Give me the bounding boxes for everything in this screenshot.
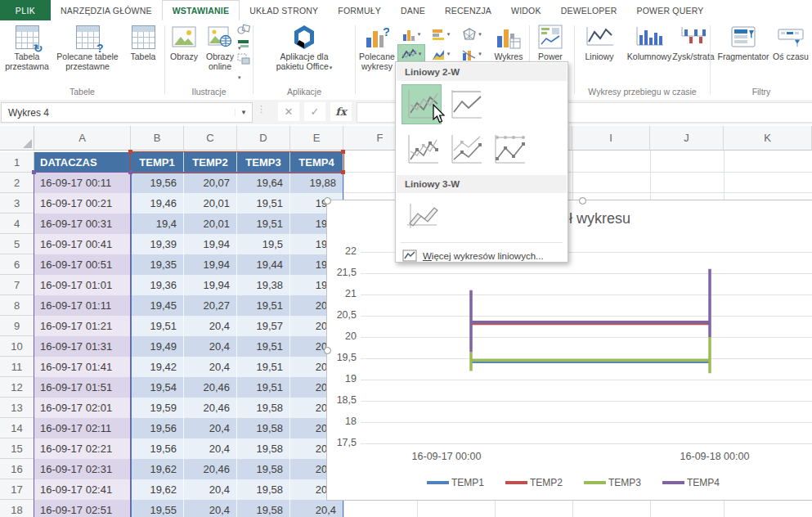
tab-formuly[interactable]: FORMUŁY — [328, 0, 391, 20]
cell[interactable]: 19,57 — [237, 316, 290, 336]
cell[interactable]: 16-09-17 02:21 — [34, 438, 131, 459]
row-header-8[interactable]: 8 — [0, 295, 34, 316]
cancel-button[interactable]: ✕ — [278, 102, 299, 121]
row-header-14[interactable]: 14 — [0, 418, 34, 438]
line-chart-option-3d-line[interactable] — [402, 197, 441, 236]
cell[interactable]: 20,4 — [184, 418, 237, 438]
pictures-button[interactable]: Obrazy — [167, 24, 201, 61]
more-line-charts-item[interactable]: Więcej wykresów liniowych... — [396, 246, 568, 265]
cell[interactable]: 20,4 — [184, 357, 237, 377]
recommended-charts-button[interactable]: ? Polecane wykresy — [357, 24, 397, 71]
legend-item-TEMP1[interactable]: TEMP1 — [427, 477, 484, 488]
enter-button[interactable]: ✓ — [304, 102, 325, 121]
chart-resize-handle-top-middle[interactable] — [579, 197, 586, 205]
cell[interactable]: 19,94 — [184, 234, 237, 254]
legend-item-TEMP4[interactable]: TEMP4 — [662, 477, 720, 488]
cell[interactable]: 20,27 — [184, 295, 237, 316]
timeline-button[interactable]: Oś czasu — [773, 24, 809, 61]
cell[interactable]: 19,56 — [131, 438, 184, 459]
cell[interactable]: 19,55 — [131, 500, 184, 517]
row-header-10[interactable]: 10 — [0, 336, 34, 357]
cell[interactable]: 19,58 — [237, 418, 290, 438]
insert-area-chart-button[interactable]: ▾ — [428, 45, 454, 63]
chart-resize-handle-left-middle[interactable] — [324, 347, 331, 354]
cell[interactable]: 16-09-17 00:41 — [34, 234, 131, 254]
cell[interactable]: 20,01 — [184, 193, 237, 214]
cell[interactable]: 20,4 — [184, 500, 237, 517]
insert-column-chart-button[interactable]: ▾ — [398, 25, 424, 43]
row-header-6[interactable]: 6 — [0, 254, 34, 275]
cell[interactable]: 20,4 — [184, 479, 237, 500]
cell[interactable]: 19,51 — [237, 295, 290, 316]
cell[interactable]: 19,35 — [131, 254, 184, 275]
name-box-dropdown-icon[interactable]: ▼ — [235, 109, 252, 116]
row-header-16[interactable]: 16 — [0, 459, 34, 479]
cell[interactable]: 19,4 — [131, 214, 184, 234]
cell[interactable]: 16-09-17 02:51 — [34, 500, 131, 517]
cell[interactable]: 16-09-17 02:41 — [34, 479, 131, 500]
cell[interactable]: 19,51 — [131, 316, 184, 336]
cell[interactable]: 19,64 — [237, 173, 290, 193]
cell[interactable]: 20,07 — [184, 173, 237, 193]
cell[interactable]: 19,58 — [237, 500, 290, 517]
tab-deweloper[interactable]: DEWELOPER — [551, 0, 627, 20]
series-TEMP3[interactable] — [471, 337, 710, 373]
cell[interactable]: 19,46 — [131, 193, 184, 214]
cell[interactable]: 19,45 — [131, 295, 184, 316]
cell[interactable]: 19,44 — [237, 254, 290, 275]
insert-radar-chart-button[interactable]: ▾ — [457, 25, 487, 43]
cell[interactable]: 20,4 — [184, 316, 237, 336]
cell[interactable]: 19,38 — [237, 275, 290, 295]
column-header-J[interactable]: J — [650, 126, 724, 151]
sparkline-winloss-button[interactable]: Zysk/strata — [678, 24, 709, 61]
cell[interactable]: 16-09-17 01:31 — [34, 336, 131, 357]
cell[interactable]: 16-09-17 02:11 — [34, 418, 131, 438]
cell[interactable]: 19,88 — [290, 173, 343, 193]
cell[interactable]: 20,46 — [184, 377, 237, 398]
row-header-17[interactable]: 17 — [0, 479, 34, 500]
recommended-pivot-button[interactable]: ? Polecane tabele przestawne — [52, 24, 123, 71]
online-pictures-button[interactable]: Obrazy online — [203, 24, 237, 71]
row-header-4[interactable]: 4 — [0, 214, 34, 234]
cell[interactable]: 19,51 — [237, 214, 290, 234]
row-header-11[interactable]: 11 — [0, 357, 34, 377]
cell[interactable]: 19,58 — [237, 398, 290, 418]
row-header-12[interactable]: 12 — [0, 377, 34, 398]
header-cell[interactable]: DATACZAS — [34, 152, 131, 173]
column-header-K[interactable]: K — [724, 126, 812, 151]
column-header-E[interactable]: E — [290, 126, 343, 151]
cell[interactable]: 19,58 — [237, 438, 290, 459]
cell[interactable]: 19,39 — [131, 234, 184, 254]
cell[interactable]: 19,54 — [131, 377, 184, 398]
tab-recenzja[interactable]: RECENZJA — [435, 0, 501, 20]
column-header-I[interactable]: I — [572, 126, 650, 151]
row-header-3[interactable]: 3 — [0, 193, 34, 214]
column-header-C[interactable]: C — [184, 126, 237, 151]
insert-bar-chart-button[interactable]: ▾ — [428, 25, 454, 43]
insert-line-chart-button[interactable]: ▾ — [398, 45, 424, 63]
tab-widok[interactable]: WIDOK — [501, 0, 551, 20]
cell[interactable]: 16-09-17 00:11 — [34, 173, 131, 193]
series-TEMP4[interactable] — [471, 269, 710, 352]
row-header-18[interactable]: 18 — [0, 500, 34, 517]
pivot-table-button[interactable]: ↻ Tabela przestawna — [3, 24, 51, 71]
cell[interactable]: 20,4 — [290, 500, 343, 517]
cell[interactable]: 20,01 — [184, 214, 237, 234]
screenshot-button[interactable]: ▾ — [237, 53, 252, 68]
cell[interactable]: 16-09-17 01:41 — [34, 357, 131, 377]
cell[interactable]: 19,58 — [237, 479, 290, 500]
row-header-5[interactable]: 5 — [0, 234, 34, 254]
line-chart-option-line-markers[interactable] — [402, 130, 441, 169]
cell[interactable]: 16-09-17 02:31 — [34, 459, 131, 479]
tab-plik[interactable]: PLIK — [0, 0, 51, 20]
row-header-2[interactable]: 2 — [0, 173, 34, 193]
cell[interactable]: 16-09-17 01:11 — [34, 295, 131, 316]
legend-item-TEMP2[interactable]: TEMP2 — [505, 477, 563, 488]
column-header-D[interactable]: D — [237, 126, 290, 151]
cell[interactable]: 19,62 — [131, 459, 184, 479]
cell[interactable]: 20,46 — [184, 459, 237, 479]
sparkline-column-button[interactable]: Kolumnowy — [622, 24, 676, 61]
cell[interactable]: 20,4 — [184, 438, 237, 459]
cell[interactable]: 19,94 — [184, 254, 237, 275]
office-apps-button[interactable]: Aplikacje dla pakietu Office▾ — [270, 24, 339, 73]
